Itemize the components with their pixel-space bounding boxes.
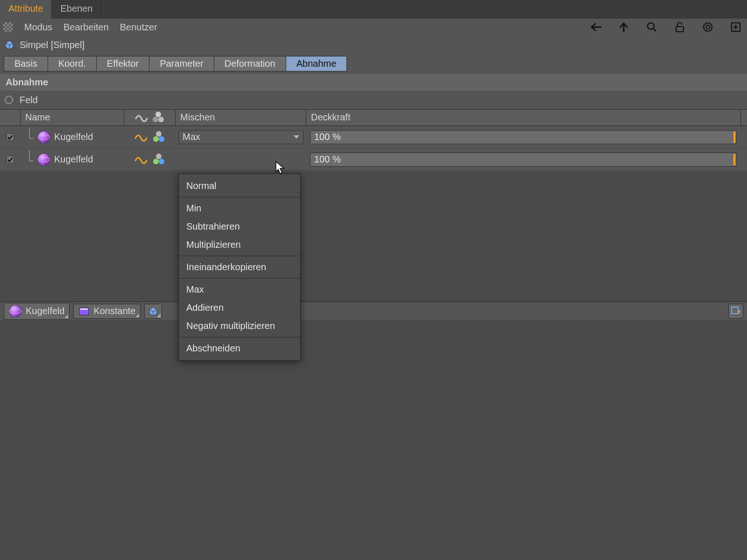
nav-back-icon[interactable] <box>589 21 602 34</box>
svg-rect-16 <box>732 307 738 314</box>
table-row[interactable]: Kugelfeld 100 % <box>0 148 747 171</box>
field-list-add-icon[interactable] <box>728 304 743 319</box>
col-mix-header[interactable]: Mischen <box>176 110 306 126</box>
target-icon[interactable] <box>701 21 714 34</box>
sphere-field-icon <box>9 305 22 318</box>
shelf-konstante[interactable]: Konstante <box>73 304 141 319</box>
wave-icon[interactable] <box>134 153 148 166</box>
opacity-input[interactable]: 100 % <box>310 153 737 167</box>
opacity-value: 100 % <box>314 132 341 142</box>
checkbox-icon[interactable] <box>6 133 14 141</box>
shelf-kugelfeld[interactable]: Kugelfeld <box>4 303 70 320</box>
wave-icon <box>135 111 148 124</box>
checker-icon[interactable] <box>3 22 13 32</box>
mix-option-sub[interactable]: Subtrahieren <box>179 217 300 236</box>
lock-icon[interactable] <box>673 21 686 34</box>
subtab-abnahme[interactable]: Abnahme <box>286 56 347 71</box>
svg-rect-15 <box>80 308 88 310</box>
subtab-parameter[interactable]: Parameter <box>149 56 214 71</box>
row-name: Kugelfeld <box>54 132 93 142</box>
shelf-label: Kugelfeld <box>26 306 64 316</box>
effector-icon <box>4 39 15 50</box>
col-name-header[interactable]: Name <box>21 110 124 126</box>
subtab-basis[interactable]: Basis <box>4 56 48 71</box>
svg-point-12 <box>706 25 710 29</box>
tab-layers[interactable]: Ebenen <box>52 0 101 19</box>
shelf-label: Konstante <box>93 306 135 316</box>
mix-mode-popup: Normal Min Subtrahieren Multiplizieren I… <box>178 174 301 361</box>
subtab-koord[interactable]: Koord. <box>48 56 97 71</box>
row-name: Kugelfeld <box>54 154 93 165</box>
sphere-field-icon <box>37 153 50 166</box>
checkbox-icon[interactable] <box>6 155 14 164</box>
section-abnahme-label: Abnahme <box>0 74 747 91</box>
solid-layer-icon <box>78 306 90 317</box>
expand-corner-icon <box>64 315 68 318</box>
label-feld: Feld <box>20 95 38 105</box>
object-title: Simpel [Simpel] <box>20 40 85 50</box>
opacity-input[interactable]: 100 % <box>310 130 737 144</box>
mix-option-min[interactable]: Min <box>179 199 300 217</box>
chevron-down-icon <box>294 135 299 139</box>
tree-line-icon <box>25 150 34 169</box>
mix-dropdown[interactable]: Max <box>178 130 303 144</box>
new-panel-icon[interactable] <box>729 21 742 34</box>
channels-icon[interactable] <box>152 131 165 144</box>
tree-line-icon <box>25 128 34 147</box>
expand-corner-icon <box>157 314 161 317</box>
expand-corner-icon <box>135 314 139 317</box>
mix-option-clip[interactable]: Abschneiden <box>179 339 300 357</box>
channels-icon <box>152 111 165 124</box>
menu-mode[interactable]: Modus <box>24 22 52 33</box>
search-icon[interactable] <box>645 21 658 34</box>
menu-user[interactable]: Benutzer <box>120 22 157 33</box>
mix-option-max[interactable]: Max <box>179 280 300 299</box>
sphere-field-icon <box>37 131 50 144</box>
svg-point-9 <box>648 23 654 29</box>
channels-icon[interactable] <box>152 153 165 166</box>
menu-edit[interactable]: Bearbeiten <box>63 22 109 33</box>
subtab-effektor[interactable]: Effektor <box>97 56 150 71</box>
table-row[interactable]: Kugelfeld Max 100 % <box>0 126 747 148</box>
mix-option-mul[interactable]: Multiplizieren <box>179 236 300 254</box>
svg-rect-10 <box>676 27 684 32</box>
svg-point-11 <box>704 23 712 31</box>
col-opacity-header[interactable]: Deckkraft <box>306 110 740 126</box>
mix-option-normal[interactable]: Normal <box>179 177 300 195</box>
wave-icon[interactable] <box>134 131 148 144</box>
col-check <box>0 110 21 126</box>
tab-attribute[interactable]: Attribute <box>0 0 52 19</box>
subtab-deformation[interactable]: Deformation <box>214 56 286 71</box>
mix-option-add[interactable]: Addieren <box>179 299 300 317</box>
radio-feld[interactable] <box>5 96 13 104</box>
nav-up-icon[interactable] <box>617 21 630 34</box>
mix-option-into[interactable]: Ineinanderkopieren <box>179 258 300 276</box>
opacity-value: 100 % <box>314 154 341 165</box>
col-channels-header <box>124 110 176 126</box>
mix-option-negmul[interactable]: Negativ multiplizieren <box>179 317 300 335</box>
mix-value: Max <box>183 132 200 142</box>
shelf-more[interactable] <box>144 304 162 319</box>
